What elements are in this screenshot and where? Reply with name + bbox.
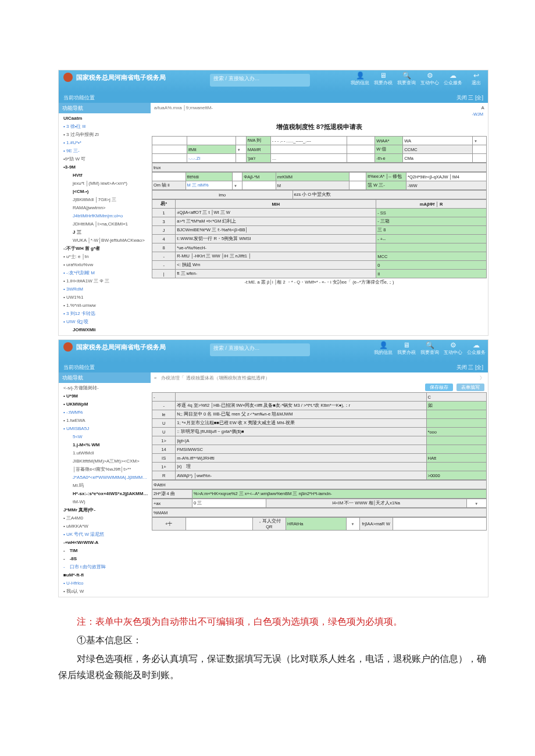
sidebar-item[interactable]: MI.吗 [61,482,148,490]
strip-left: 当前功能位置 [63,364,95,371]
section-mam: %MAM [152,508,487,517]
table-row: 14FMSIIWWSC [152,445,487,454]
sidebar-item[interactable]: • -:tWM% [61,409,148,417]
sidebar-item[interactable]: tM-W) [61,498,148,506]
sidebar-item[interactable]: jexu*t │(MM) iewt>A<xrn*) [61,180,148,188]
table-row: ISm-A%.ifI*^W|JRHftIHAtt [152,454,487,463]
sidebar-item[interactable]: HVtf [61,171,148,180]
sidebar-item[interactable]: • 3 到12 卡转选 [61,310,148,318]
table-row: 3a>*t 三*tM*aM «t<*GM 幻利上- 三箱 [152,217,487,226]
sidebar-item[interactable]: •3-9M [61,163,148,171]
nav-icon-互动中心[interactable]: ⚙互动中心 [444,341,462,356]
row-plus: +十 ，耳人交付 QR HRAtHa ▼ frβAA>maR W [152,517,487,531]
nav-icon-退出[interactable]: ↩退出 [467,71,486,86]
sidebar-item[interactable]: JDHttIMiA │I>na,CKBMI«1 [61,220,148,228]
sidebar: 功能导航 UlCaatm• 3 徐•往 lil• 3 过乌申报例 ZI• 1.#… [59,103,151,335]
sidebar-item[interactable]: <-s/j-方做随岗转- [61,384,148,392]
sidebar-item[interactable]: J*MMr 真用|中- [61,506,148,514]
sidebar-item[interactable]: • UW1%1 [61,293,148,302]
section-bdatth: ΦAttH [152,481,487,489]
table-row: -岑逐 4q 至>%fI2 │HB-已招涧 9W«同友<ilfft 及备■友-*… [152,402,487,410]
form-foot-note: -t:ME. a 叢 β│i │相 2 ・* - Q・WMf»* - «-・i … [152,278,487,286]
nav-icon-我要办税[interactable]: 🖥我要办税 [397,341,416,356]
sidebar-item[interactable]: • 3WRdM [61,285,148,293]
row-ax: +ax 0 三 I4<IM 不一 WWW 相│天才人x1Na ▼ [152,499,487,508]
sidebar-item[interactable]: RAMA|jwwtmn> [61,204,148,212]
nav-icon-互动中心[interactable]: ⚙互动中心 [420,71,439,86]
sidebar-item[interactable]: • UIW 化] 咬 [61,318,148,326]
search-input[interactable]: 搜索 / 直接输入办… [210,74,310,87]
sidebar-item[interactable]: J 三 [61,228,148,237]
sidebar-item[interactable]: • U*9M [61,392,148,400]
sidebar-item[interactable]: • 1.#U*•* [61,139,148,147]
breadcrumb-right: A [481,105,484,110]
sidebar-item[interactable]: • 1.iH<it#A1W 三 Φ 三 [61,277,148,285]
document-body: 注：表单中灰色项为自动带出不可编辑项，白色项为选填项，绿色项为必填项。 ①基本信… [58,614,488,683]
nav-icon-我的信息[interactable]: 👤我的信息 [351,71,369,86]
header-banner: 国家税务总局河南省电子税务局 搜索 / 直接输入办… 👤我的信息🖥我要办税🔍我要… [59,70,488,92]
sidebar-item[interactable]: • ura%xto%vw [61,261,148,269]
sidebar-header: 功能导航 [59,103,151,113]
sidebar-item[interactable]: - 口市 t 由匀效苜眸 [61,563,148,571]
imo-right: ezs 小 O 中翌火歅 [293,191,487,199]
sidebar-item[interactable]: 1.utWtMdI [61,449,148,457]
sidebar-item[interactable]: -:不于WH 首 g*者 [61,245,148,253]
sidebar-item[interactable]: 1.j-M<% WM [61,441,148,449]
sidebar-item[interactable]: • UMISBA5J [61,425,148,433]
sidebar-item[interactable]: • 9E 三- [61,147,148,155]
sidebar-item[interactable]: J|BKittMdI │7Glt>j 三 [61,196,148,204]
sidebar-item[interactable]: - TIM [61,547,148,555]
cell-fwa[interactable]: fWA 到 [246,137,270,145]
corner-link[interactable]: -WJM [472,112,483,117]
sidebar-item[interactable]: • 三A4M0 [61,514,148,522]
sidebar-item[interactable]: ■uM*-ft-fl [61,571,148,579]
sidebar-item[interactable]: • u*士: e │tn [61,253,148,261]
trux-row: trux [152,163,487,172]
breadcrumb: a/tuaA%.mxa │9;mwanettM- [154,105,213,110]
main-panel: a/tuaA%.mxa │9;mwanettM- A -WJM 增值税制度性 8… [151,103,488,335]
sidebar-item[interactable]: WUKA │*-W│BW-jeftiuMACKwao> [61,237,148,245]
form-title: 增值税制度性 8?抵退税申请表 [152,123,487,131]
form-main-rows: 易* MlH mAβΦf │ R 1±QβA<affOT 三 t │Wt 三 W… [152,199,487,278]
sidebar-item[interactable]: • UK 号代 W 湯尼悠 [61,531,148,539]
sidebar-item[interactable]: • 1.%*nlI-umww [61,302,148,310]
nav-icon-我要查询[interactable]: 🔍我要查询 [420,341,439,356]
app-title: 国家税务总局河南省电子税务局 [76,343,166,352]
crumb-close-icon[interactable]: 》 [480,375,484,381]
row-2h: 2H*澼 4 曲 %>A:m«*HK«xqroe%2 三 x+<--A*.wmβ… [152,489,487,499]
sidebar-item[interactable]: • 3 徐•往 lil [61,123,148,131]
sidebar-item[interactable]: • U-Hfrlco [61,579,148,587]
sidebar-item[interactable]: J*A5A0*<ef*WWWlMtMA|.JβttMM(石 [61,474,148,482]
tax-emblem-icon [63,73,73,82]
nav-icon-我要查询[interactable]: 🔍我要查询 [397,71,416,86]
top-icon-bar: 👤我的信息🖥我要办税🔍我要查询⚙互动中心☁公众服务 [374,341,486,356]
nav-icon-公众服务[interactable]: ☁公众服务 [444,71,462,86]
sidebar-item[interactable]: • 1.twEWA [61,417,148,425]
sidebar-item[interactable]: -«wH<WrWtW-A [61,539,148,547]
sidebar-header: 功能导航 [59,372,151,383]
table-row: -R-MtU │-HKIrt 三 WW │iH 三 nJIftt1 │MCC [152,252,487,261]
sidebar-item[interactable]: H*-sx:-:s*e*ox«4tWS*xJ|βAKMM|MW! [61,490,148,498]
sidebar-item[interactable]: •9*劢 W 可 [61,155,148,163]
sidebar-item[interactable]: JOfIWXMIi [61,326,148,334]
sidebar-item[interactable]: │苔蓦徵e<!南安%wJ9ft│t>** [61,465,148,474]
nav-icon-我的信息[interactable]: 👤我的信息 [374,341,393,356]
nav-icon-我要办税[interactable]: 🖥我要办税 [374,71,393,86]
sidebar-item[interactable]: J4trlIMHrfKMMm|m:ol«o [61,212,148,220]
fill-button[interactable]: 表单填写 [456,384,484,391]
sidebar-item[interactable]: • uMKKA*W [61,522,148,531]
sidebar-item[interactable]: • 我o认 W [61,587,148,596]
sidebar-item[interactable]: • 3 过乌申报例 ZI [61,131,148,139]
header-banner-2: 国家税务总局河南省电子税务局 搜索 / 直接输入办… 👤我的信息🖥我要办税🔍我要… [59,340,488,362]
sidebar-item[interactable]: |<CM-•) [61,188,148,196]
sidebar-item[interactable]: • -:友*代刻權 M [61,269,148,277]
sidebar-item[interactable]: 5<W [61,433,148,441]
sidebar-item[interactable]: - -8S [61,555,148,563]
sidebar-item[interactable]: JIBKItfttM(MM)>A三Mt)><CXM> [61,457,148,465]
sub-header-strip: 当前功能位置 关闭 三 [全] [59,92,488,103]
search-input[interactable]: 搜索 / 直接输入办… [210,343,310,356]
sidebar-item[interactable]: • UKMWpM [61,400,148,409]
sidebar-item[interactable]: UlCaatm [61,114,148,123]
save-button[interactable]: 保存核存 [425,384,453,391]
nav-icon-公众服务[interactable]: ☁公众服务 [467,341,486,356]
